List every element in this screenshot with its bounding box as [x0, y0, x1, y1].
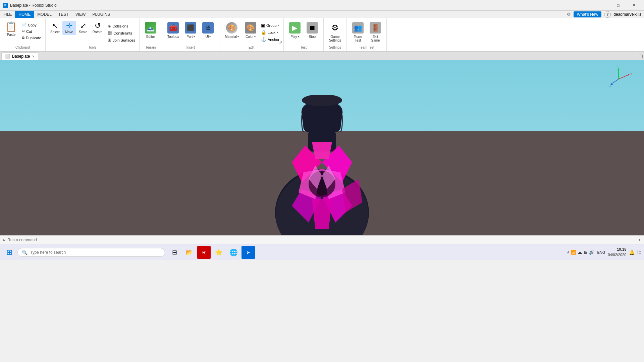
rotate-label: Rotate: [93, 30, 102, 34]
duplicate-button[interactable]: ⧉ Duplicate: [20, 35, 43, 41]
ribbon-group-edit: 🎨 Material ▾ 🎨 Color ▾ ▣ Group ▾ 🔒 Lock …: [219, 18, 283, 51]
join-surfaces-button[interactable]: ⊞ Join Surfaces: [106, 37, 137, 43]
lock-label: Lock: [268, 31, 275, 35]
rotate-icon: ↺: [95, 22, 101, 29]
team-test-button[interactable]: 👥 TeamTest: [350, 21, 366, 44]
chrome-icon[interactable]: 🌐: [227, 246, 240, 259]
play-button[interactable]: ▶ Play ▾: [286, 21, 303, 44]
collisions-label: Collisions: [112, 24, 128, 28]
menu-test[interactable]: TEST: [55, 11, 72, 18]
tab-bar-right: □: [639, 53, 644, 60]
group-button[interactable]: ▣ Group ▾: [260, 22, 281, 28]
exit-game-button[interactable]: 🚪 ExitGame: [367, 21, 384, 44]
material-button[interactable]: 🎨 Material ▾: [222, 21, 241, 44]
arrow-icon[interactable]: ➤: [241, 246, 255, 259]
start-button[interactable]: ⊞: [3, 246, 16, 259]
paste-button[interactable]: 📋 Paste: [3, 21, 20, 44]
ribbon-group-team-test: 👥 TeamTest 🚪 ExitGame Team Test: [347, 18, 387, 51]
move-button[interactable]: ✛ Move: [62, 21, 76, 35]
wifi-icon[interactable]: 📶: [571, 250, 576, 255]
svg-text:X: X: [631, 72, 632, 75]
material-label: Material ▾: [225, 35, 239, 39]
command-expand-icon[interactable]: ▸: [3, 238, 5, 242]
app-icon: R: [3, 3, 8, 8]
svg-line-18: [619, 75, 629, 79]
system-icons: ∧ 📶 ☁ 🖥 🔊: [567, 250, 594, 255]
maximize-button[interactable]: □: [610, 0, 626, 11]
title-bar-controls: — □ ✕: [595, 0, 641, 11]
viewport[interactable]: Y X Z: [0, 60, 644, 235]
join-surfaces-label: Join Surfaces: [113, 38, 135, 42]
menu-file[interactable]: FILE: [0, 11, 15, 18]
help-button[interactable]: ?: [604, 11, 611, 18]
tab-close-button[interactable]: ✕: [32, 55, 35, 58]
anchor-button[interactable]: ⚓ Anchor: [260, 36, 281, 43]
terrain-content: 🗻 Editor: [142, 19, 160, 46]
anchor-icon: ⚓: [261, 37, 266, 42]
menu-home[interactable]: HOME: [15, 11, 34, 18]
file-explorer-icon[interactable]: 📂: [182, 246, 196, 259]
constraints-button[interactable]: ⛓ Constraints: [106, 30, 137, 36]
select-label: Select: [50, 30, 60, 34]
edit-content: 🎨 Material ▾ 🎨 Color ▾ ▣ Group ▾ 🔒 Lock …: [221, 19, 281, 46]
copy-button[interactable]: 📄 Copy: [20, 22, 43, 28]
menu-model[interactable]: MODEL: [34, 11, 55, 18]
play-icon: ▶: [289, 22, 301, 34]
collisions-button[interactable]: ◈ Collisions: [106, 23, 137, 29]
join-surfaces-icon: ⊞: [108, 38, 111, 43]
rotate-button[interactable]: ↺ Rotate: [91, 21, 104, 35]
settings-icon[interactable]: ⚙: [567, 12, 571, 17]
ribbon-group-test: ▶ Play ▾ ⏹ Stop Test: [284, 18, 324, 51]
cloud-icon[interactable]: ☁: [578, 250, 582, 255]
stop-icon: ⏹: [307, 22, 318, 34]
color-button[interactable]: 🎨 Color ▾: [242, 21, 259, 44]
notification-icon[interactable]: 🔔: [629, 250, 635, 255]
maximize-viewport-icon[interactable]: □: [639, 53, 643, 60]
show-desktop-icon[interactable]: □: [637, 250, 641, 254]
whats-new-button[interactable]: What's New: [574, 11, 602, 17]
part-button[interactable]: ⬛ Part ▾: [182, 21, 199, 44]
team-test-label: Team Test: [359, 46, 374, 50]
menu-view[interactable]: VIEW: [72, 11, 89, 18]
edit-expand-icon[interactable]: ↗: [279, 40, 283, 45]
ui-button[interactable]: 🖥 UI ▾: [200, 21, 216, 44]
paste-icon: 📋: [5, 22, 17, 32]
tools-content: ↖ Select ✛ Move ⤢ Scale ↺ Rotate ◈ Colli…: [48, 19, 137, 46]
edit-extra: ▣ Group ▾ 🔒 Lock ▾ ⚓ Anchor: [260, 21, 281, 43]
search-input[interactable]: [30, 250, 161, 255]
stop-button[interactable]: ⏹ Stop: [304, 21, 321, 44]
volume-icon[interactable]: 🔊: [589, 250, 594, 255]
minimize-button[interactable]: —: [595, 0, 610, 11]
color-label: Color ▾: [246, 35, 256, 39]
roblox-taskbar-icon[interactable]: R: [197, 246, 211, 259]
menu-bar: FILE HOME MODEL TEST VIEW PLUGINS ⚙ What…: [0, 11, 644, 18]
tab-icon: ⬜: [5, 54, 10, 59]
command-bar-label[interactable]: Run a command: [7, 238, 37, 242]
command-bar-dropdown[interactable]: ▾: [639, 238, 641, 242]
scale-button[interactable]: ⤢ Scale: [76, 21, 90, 35]
select-button[interactable]: ↖ Select: [48, 21, 62, 35]
taskbar-right: ∧ 📶 ☁ 🖥 🔊 ENG 10:15 04/02/2020 🔔 □: [567, 247, 641, 257]
cut-label: Cut: [26, 29, 32, 34]
search-bar[interactable]: 🔍: [17, 248, 165, 257]
star-icon[interactable]: ⭐: [212, 246, 225, 259]
task-view-icon[interactable]: ⊟: [168, 246, 181, 259]
game-settings-button[interactable]: ⚙ GameSettings: [326, 21, 344, 44]
close-button[interactable]: ✕: [626, 0, 641, 11]
copy-label: Copy: [28, 23, 37, 27]
title-bar-left: R Baseplate - Roblox Studio: [3, 3, 57, 8]
lock-button[interactable]: 🔒 Lock ▾: [260, 29, 281, 36]
baseplate-tab[interactable]: ⬜ Baseplate ✕: [1, 52, 38, 60]
display-icon[interactable]: 🖥: [583, 250, 588, 255]
toolbox-label: Toolbox: [167, 35, 179, 39]
material-icon: 🎨: [226, 22, 237, 34]
axes-indicator: Y X Z: [605, 66, 632, 93]
editor-button[interactable]: 🗻 Editor: [142, 21, 159, 44]
terrain-label: Terrain: [146, 46, 156, 50]
menu-plugins[interactable]: PLUGINS: [89, 11, 113, 18]
part-label: Part ▾: [186, 35, 195, 39]
cut-button[interactable]: ✂ Cut: [20, 28, 43, 34]
command-bar: ▸ Run a command ▾: [0, 235, 644, 244]
chevron-up-icon[interactable]: ∧: [567, 250, 570, 254]
toolbox-button[interactable]: 🧰 Toolbox: [165, 21, 181, 44]
